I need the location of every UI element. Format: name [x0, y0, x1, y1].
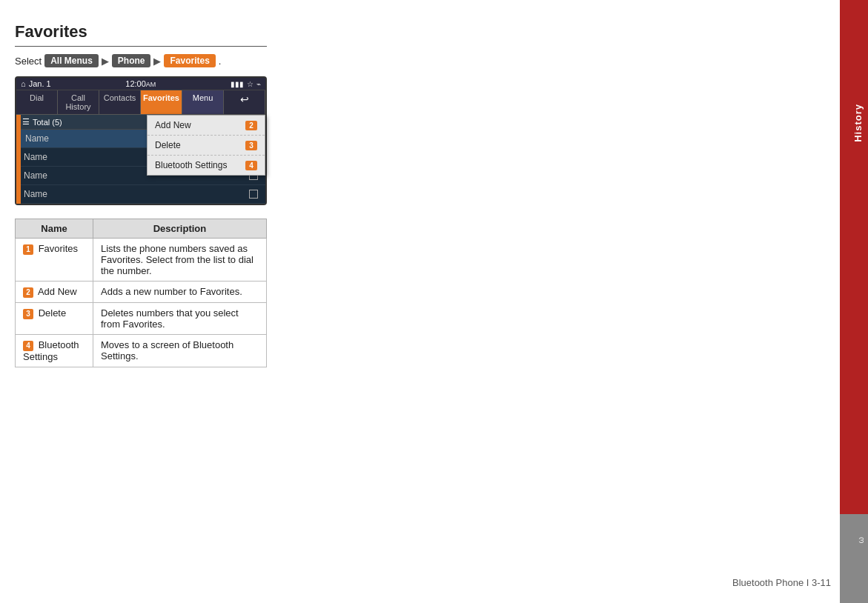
- all-menus-btn[interactable]: All Menus: [44, 54, 99, 67]
- status-bar-left: ⌂ Jan. 1: [21, 79, 51, 88]
- arrow-1: ▶: [102, 56, 109, 67]
- phone-screen: ⌂ Jan. 1 12:00AM ▮▮▮ ☆ ⌁ Dial Call Histo…: [15, 76, 267, 205]
- dropdown-bluetooth[interactable]: Bluetooth Settings 4: [148, 156, 265, 175]
- signal-icon: ☆: [247, 80, 254, 88]
- badge-2: 2: [23, 287, 33, 298]
- select-label: Select: [15, 56, 42, 67]
- row2-desc: Adds a new number to Favorites.: [93, 281, 267, 303]
- right-sidebar: History: [840, 0, 868, 603]
- arrow-2: ▶: [153, 56, 161, 67]
- nav-menu[interactable]: Menu: [182, 90, 224, 114]
- table-row-2: 2 Add New Adds a new number to Favorites…: [16, 281, 267, 303]
- checkbox-4[interactable]: [249, 190, 258, 199]
- bt-icon: ⌁: [256, 80, 261, 88]
- row4-desc: Moves to a screen of Bluetooth Settings.: [93, 335, 267, 367]
- description-table: Name Description 1 Favorites Lists the p…: [15, 219, 267, 367]
- row3-desc: Deletes numbers that you select from Fav…: [93, 303, 267, 335]
- main-content: Favorites Select All Menus ▶ Phone ▶ Fav…: [0, 0, 840, 603]
- period: .: [219, 56, 222, 67]
- nav-call-history[interactable]: Call History: [58, 90, 99, 114]
- nav-favorites[interactable]: Favorites: [141, 90, 182, 114]
- nav-bar: Dial Call History Contacts Favorites Men…: [16, 90, 265, 115]
- favorites-total: Total (5): [33, 118, 62, 127]
- dropdown-delete[interactable]: Delete 3: [148, 136, 265, 156]
- col-description: Description: [93, 219, 267, 239]
- badge-4: 4: [23, 341, 33, 351]
- page-footer: Bluetooth Phone I 3-11: [732, 577, 831, 588]
- table-row-4: 4 Bluetooth Settings Moves to a screen o…: [16, 335, 267, 367]
- sidebar-bottom: ω: [840, 514, 868, 603]
- home-icon: ⌂: [21, 79, 26, 88]
- status-date: Jan. 1: [29, 79, 51, 88]
- row3-name: 3 Delete: [16, 303, 93, 335]
- favorites-btn[interactable]: Favorites: [164, 54, 215, 67]
- breadcrumb: Select All Menus ▶ Phone ▶ Favorites .: [15, 54, 818, 67]
- list-icon: ☰: [22, 117, 30, 127]
- row4-name: 4 Bluetooth Settings: [16, 335, 93, 367]
- dropdown-menu: Add New 2 Delete 3 Bluetooth Settings 4: [147, 115, 265, 176]
- left-marker: [16, 115, 21, 204]
- page-title: Favorites: [15, 22, 267, 47]
- col-name: Name: [16, 219, 93, 239]
- row1-name: 1 Favorites: [16, 239, 93, 281]
- nav-back[interactable]: ↩: [224, 90, 265, 114]
- table-row-3: 3 Delete Deletes numbers that you select…: [16, 303, 267, 335]
- row1-desc: Lists the phone numbers saved as Favorit…: [93, 239, 267, 281]
- badge-1: 1: [23, 244, 33, 255]
- row2-name: 2 Add New: [16, 281, 93, 303]
- status-time: 12:00AM: [125, 79, 156, 88]
- nav-contacts[interactable]: Contacts: [99, 90, 141, 114]
- sidebar-bottom-label: ω: [856, 537, 865, 544]
- favorites-area: ☰ Total (5) Name Name Name Name: [16, 115, 265, 204]
- phone-btn[interactable]: Phone: [112, 54, 151, 67]
- list-item-4[interactable]: Name: [16, 185, 265, 204]
- dropdown-add-new[interactable]: Add New 2: [148, 116, 265, 136]
- nav-dial[interactable]: Dial: [16, 90, 58, 114]
- badge-3: 3: [23, 309, 33, 319]
- status-bar-right: ▮▮▮ ☆ ⌁: [231, 80, 261, 88]
- table-row-1: 1 Favorites Lists the phone numbers save…: [16, 239, 267, 281]
- battery-icon: ▮▮▮: [231, 80, 244, 88]
- history-label: History: [852, 104, 864, 142]
- status-bar: ⌂ Jan. 1 12:00AM ▮▮▮ ☆ ⌁: [16, 78, 265, 90]
